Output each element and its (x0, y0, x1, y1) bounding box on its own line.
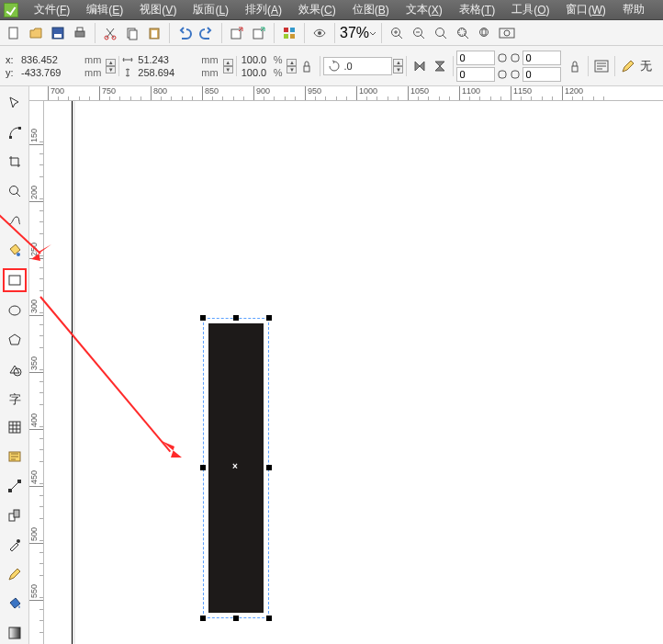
menu-help[interactable]: 帮助 (614, 0, 653, 20)
save-button[interactable] (48, 23, 68, 43)
open-button[interactable] (26, 23, 46, 43)
outline-pen-button[interactable] (618, 56, 638, 76)
connector-tool[interactable] (4, 475, 26, 497)
svg-rect-29 (499, 71, 506, 78)
scale-y-value[interactable]: 100.0 (240, 67, 271, 78)
pick-tool[interactable] (4, 92, 26, 114)
menu-text[interactable]: 文本(X) (398, 0, 451, 20)
zoom-all-button[interactable] (453, 23, 473, 43)
zoom-in-button[interactable] (387, 23, 407, 43)
rotate-field[interactable]: .0 (323, 57, 392, 75)
toolbox: 字 (0, 86, 29, 644)
basic-shapes-tool[interactable] (4, 358, 26, 380)
wrap-text-button[interactable] (591, 56, 612, 76)
corner-x2-input[interactable] (523, 51, 561, 65)
width-value[interactable]: 51.243 (136, 54, 198, 65)
handle-w[interactable] (200, 465, 206, 470)
handle-sw[interactable] (200, 616, 206, 621)
mirror-h-button[interactable] (410, 56, 430, 76)
menu-edit[interactable]: 编辑(E) (78, 0, 131, 20)
export-button[interactable] (249, 23, 269, 43)
menu-bitmap[interactable]: 位图(B) (344, 0, 398, 20)
handle-n[interactable] (233, 315, 239, 321)
menu-tools[interactable]: 工具(O) (503, 0, 557, 20)
zoom-selection-button[interactable] (431, 23, 451, 43)
svg-point-39 (9, 306, 20, 315)
menu-view[interactable]: 视图(V) (131, 0, 185, 20)
menu-layout[interactable]: 版面(L) (185, 0, 237, 20)
handle-se[interactable] (266, 616, 272, 621)
zoom-tool[interactable] (4, 180, 26, 202)
interactive-fill-tool[interactable] (4, 622, 26, 644)
copy-button[interactable] (122, 23, 142, 43)
cut-button[interactable] (100, 23, 120, 43)
svg-rect-10 (152, 30, 157, 38)
table-tool[interactable] (4, 416, 26, 438)
svg-rect-35 (18, 127, 21, 130)
import-button[interactable] (227, 23, 247, 43)
menu-file[interactable]: 文件(F) (26, 0, 78, 20)
menu-effects[interactable]: 效果(C) (290, 0, 344, 20)
fill-tool[interactable] (4, 593, 26, 615)
svg-rect-2 (54, 34, 62, 38)
mirror-v-button[interactable] (430, 56, 450, 76)
scale-spin[interactable]: ▲▼ (287, 59, 297, 73)
menu-table[interactable]: 表格(T) (451, 0, 503, 20)
eyedropper-tool[interactable] (4, 534, 26, 556)
smart-fill-tool[interactable] (4, 239, 26, 261)
welcome-button[interactable] (309, 23, 330, 43)
svg-rect-15 (284, 34, 288, 39)
lock-ratio-button[interactable] (297, 56, 317, 76)
svg-rect-31 (511, 71, 519, 78)
pos-spin[interactable]: ▲▼ (106, 59, 116, 73)
interactive-tool[interactable] (4, 504, 26, 526)
pos-y-value[interactable]: -433.769 (19, 67, 82, 78)
horizontal-ruler[interactable]: 70075080085090095010001050110011501200 (29, 86, 663, 101)
print-button[interactable] (70, 23, 90, 43)
pos-y-label: y: (6, 67, 17, 78)
corner-y2-input[interactable] (523, 67, 561, 82)
shape-tool[interactable] (4, 121, 26, 143)
svg-rect-45 (17, 480, 21, 483)
new-button[interactable] (4, 23, 24, 43)
height-value[interactable]: 258.694 (136, 67, 198, 78)
app-logo-icon (4, 3, 18, 17)
rotate-icon (328, 60, 341, 73)
scale-x-value[interactable]: 100.0 (240, 54, 271, 65)
app-launcher-button[interactable] (279, 23, 299, 43)
text-tool[interactable]: 字 (4, 388, 26, 410)
handle-e[interactable] (266, 465, 272, 470)
menu-window[interactable]: 窗口(W) (557, 0, 613, 20)
handle-ne[interactable] (266, 315, 272, 321)
zoom-width-button[interactable] (497, 23, 517, 43)
page-edge (72, 101, 73, 644)
menu-bar: 文件(F) 编辑(E) 视图(V) 版面(L) 排列(A) 效果(C) 位图(B… (0, 0, 663, 20)
size-spin[interactable]: ▲▼ (223, 59, 233, 73)
handle-s[interactable] (233, 616, 239, 621)
drawing-canvas[interactable]: × (44, 101, 663, 644)
annotation-arrowhead-1-icon (28, 241, 51, 265)
rotate-spin[interactable]: ▲▼ (393, 59, 403, 73)
corner-x-input[interactable] (456, 51, 495, 65)
menu-arrange[interactable]: 排列(A) (237, 0, 290, 20)
pos-x-value[interactable]: 836.452 (19, 54, 82, 65)
undo-button[interactable] (174, 23, 195, 43)
svg-rect-3 (75, 31, 84, 37)
zoom-page-button[interactable] (475, 23, 495, 43)
handle-nw[interactable] (200, 315, 206, 321)
outline-tool[interactable] (4, 563, 26, 585)
round-corner-lock[interactable] (565, 56, 585, 76)
rectangle-tool[interactable] (3, 268, 27, 292)
corner-y-input[interactable] (456, 67, 495, 82)
crop-tool[interactable] (4, 151, 26, 173)
paste-button[interactable] (144, 23, 164, 43)
ellipse-tool[interactable] (4, 299, 26, 322)
vertical-ruler[interactable]: 150200250300350400450500550 (29, 101, 44, 644)
zoom-out-button[interactable] (409, 23, 429, 43)
svg-rect-22 (459, 29, 465, 35)
dimension-tool[interactable] (4, 446, 26, 468)
redo-button[interactable] (197, 23, 217, 43)
polygon-tool[interactable] (4, 329, 26, 351)
svg-rect-30 (511, 54, 519, 62)
zoom-level-combo[interactable]: 37% (340, 25, 376, 41)
